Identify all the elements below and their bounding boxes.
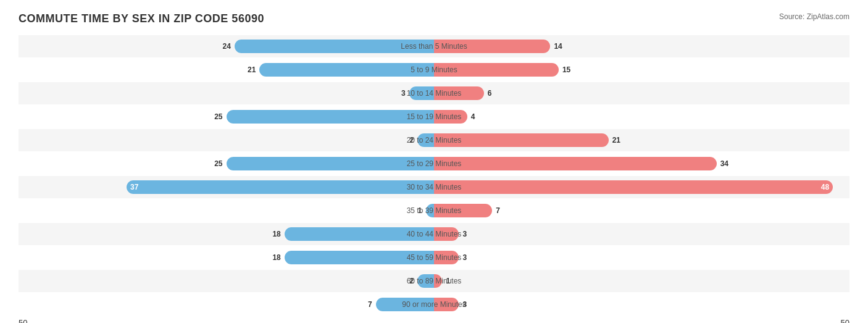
female-bar <box>434 63 559 77</box>
chart-area: 24Less than 5 Minutes14215 to 9 Minutes1… <box>19 35 849 323</box>
female-value: 21 <box>609 136 624 145</box>
female-bar <box>434 204 492 217</box>
source-label: Source: ZipAtlas.com <box>779 12 849 21</box>
male-bar <box>227 110 435 124</box>
axis-left: 50 <box>19 318 27 323</box>
female-bar <box>434 298 459 311</box>
male-value: 37 <box>127 183 138 191</box>
female-bar <box>434 86 484 100</box>
male-value: 24 <box>220 42 235 51</box>
female-value: 34 <box>717 159 732 168</box>
female-bar <box>434 133 609 147</box>
female-value: 3 <box>459 230 474 238</box>
male-bar: 37 <box>127 180 434 194</box>
female-section: 3 <box>434 246 849 269</box>
female-section: 4 <box>434 106 849 128</box>
male-bar <box>417 133 434 147</box>
female-value: 15 <box>559 65 574 74</box>
female-value: 7 <box>492 206 507 215</box>
male-section: 7 <box>19 293 434 316</box>
female-bar <box>434 157 717 170</box>
male-section: 37 <box>19 176 434 198</box>
male-section: 21 <box>19 59 434 81</box>
male-section: 2 <box>19 129 434 151</box>
male-section: 2 <box>19 270 434 292</box>
axis-labels: 50 50 <box>19 318 849 323</box>
female-section: 34 <box>434 153 849 175</box>
female-bar <box>434 40 550 53</box>
male-section: 24 <box>19 35 434 57</box>
male-section: 1 <box>19 199 434 222</box>
male-bar <box>409 86 434 100</box>
male-value: 18 <box>270 230 285 238</box>
chart-row: 790 or more Minutes3 <box>19 293 849 316</box>
male-value: 1 <box>411 206 426 215</box>
male-value: 2 <box>403 136 417 145</box>
chart-title: COMMUTE TIME BY SEX IN ZIP CODE 56090 <box>19 12 264 25</box>
chart-row: 1845 to 59 Minutes3 <box>19 246 849 269</box>
male-bar <box>259 63 434 77</box>
male-value: 18 <box>270 253 285 262</box>
female-value: 3 <box>459 300 474 309</box>
male-value: 3 <box>394 89 409 98</box>
chart-row: 24Less than 5 Minutes14 <box>19 35 849 57</box>
male-bar <box>417 274 434 288</box>
female-bar: 48 <box>434 180 833 194</box>
axis-right: 50 <box>841 318 849 323</box>
male-value: 25 <box>212 159 227 168</box>
female-section: 3 <box>434 293 849 316</box>
female-section: 3 <box>434 223 849 245</box>
chart-row: 310 to 14 Minutes6 <box>19 82 849 104</box>
female-bar <box>434 274 442 288</box>
male-bar <box>285 227 434 241</box>
female-value: 1 <box>442 277 457 285</box>
male-section: 18 <box>19 246 434 269</box>
chart-row: 220 to 24 Minutes21 <box>19 129 849 151</box>
male-section: 25 <box>19 153 434 175</box>
female-section: 7 <box>434 199 849 222</box>
male-bar <box>227 157 435 170</box>
chart-row: 260 to 89 Minutes1 <box>19 270 849 292</box>
chart-row: 135 to 39 Minutes7 <box>19 199 849 222</box>
female-value: 48 <box>821 183 833 191</box>
chart-row: 1840 to 44 Minutes3 <box>19 223 849 245</box>
male-section: 18 <box>19 223 434 245</box>
female-bar <box>434 251 459 264</box>
male-section: 3 <box>19 82 434 104</box>
female-section: 48 <box>434 176 849 198</box>
male-bar <box>235 40 434 53</box>
male-section: 25 <box>19 106 434 128</box>
female-section: 6 <box>434 82 849 104</box>
chart-row: 3730 to 34 Minutes48 <box>19 176 849 198</box>
male-value: 25 <box>212 112 227 121</box>
female-section: 1 <box>434 270 849 292</box>
female-value: 6 <box>484 89 499 98</box>
female-section: 15 <box>434 59 849 81</box>
female-value: 3 <box>459 253 474 262</box>
female-section: 21 <box>434 129 849 151</box>
female-value: 14 <box>550 42 565 51</box>
female-bar <box>434 110 467 124</box>
female-section: 14 <box>434 35 849 57</box>
female-value: 4 <box>467 112 482 121</box>
male-bar <box>285 251 434 264</box>
male-value: 7 <box>361 300 376 309</box>
chart-row: 215 to 9 Minutes15 <box>19 59 849 81</box>
female-bar <box>434 227 459 241</box>
chart-row: 2525 to 29 Minutes34 <box>19 153 849 175</box>
chart-row: 2515 to 19 Minutes4 <box>19 106 849 128</box>
male-bar <box>376 298 434 311</box>
male-value: 21 <box>244 65 259 74</box>
male-bar <box>426 204 434 217</box>
male-value: 2 <box>403 277 417 285</box>
